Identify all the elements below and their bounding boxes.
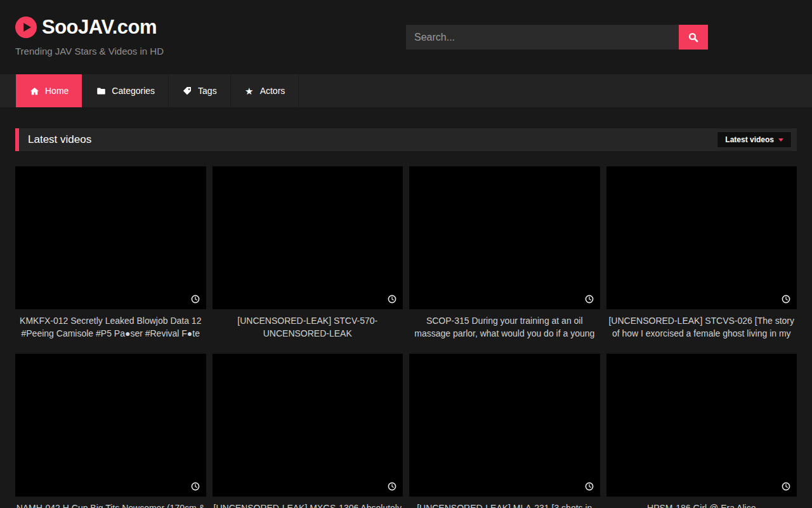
video-thumbnail[interactable] [213,166,403,309]
duration-clock-icon [782,482,790,491]
video-card[interactable]: [UNCENSORED-LEAK] MXGS-1306 Absolutely [213,354,403,508]
nav-item-label: Categories [112,86,155,96]
video-card[interactable]: [UNCENSORED-LEAK] MLA-231 [3 shots in [409,354,600,508]
nav-item-label: Home [45,86,69,96]
video-title[interactable]: HPSM-186 Girl @ Era Alice [606,502,797,508]
site-title: SooJAV.com [42,16,157,39]
duration-clock-icon [191,482,200,491]
site-logo[interactable]: SooJAV.com [15,16,157,39]
video-card[interactable]: KMKFX-012 Secretly Leaked Blowjob Data 1… [15,166,206,340]
folder-icon [96,86,106,96]
sort-dropdown-label: Latest videos [725,135,774,144]
video-thumbnail[interactable] [15,354,206,497]
video-card[interactable]: [UNCENSORED-LEAK] STCV-570-UNCENSORED-LE… [213,166,403,340]
video-title[interactable]: [UNCENSORED-LEAK] STCVS-026 [The story o… [606,314,797,340]
video-card[interactable]: SCOP-315 During your training at an oil … [409,166,600,340]
duration-clock-icon [585,295,594,304]
video-title[interactable]: [UNCENSORED-LEAK] MXGS-1306 Absolutely [213,502,403,508]
video-card[interactable]: HPSM-186 Girl @ Era Alice [606,354,797,508]
video-title[interactable]: NAMH-042 H Cup Big Tits Newcomer (170cm … [15,502,206,508]
video-thumbnail[interactable] [213,354,403,497]
site-tagline: Trending JAV Stars & Videos in HD [15,46,164,57]
nav-item-categories[interactable]: Categories [82,74,169,107]
star-icon: ★ [244,86,254,96]
main-nav: Home Categories Tags ★ Actors [0,74,812,107]
tag-icon [182,86,192,96]
home-icon [29,86,39,96]
video-title[interactable]: KMKFX-012 Secretly Leaked Blowjob Data 1… [15,314,206,340]
nav-item-tags[interactable]: Tags [169,74,231,107]
video-title[interactable]: [UNCENSORED-LEAK] MLA-231 [3 shots in [409,502,600,508]
video-thumbnail[interactable] [606,354,797,497]
video-grid: KMKFX-012 Secretly Leaked Blowjob Data 1… [15,166,797,508]
search-input[interactable] [406,25,679,50]
video-title[interactable]: SCOP-315 During your training at an oil … [409,314,600,340]
nav-item-label: Tags [198,86,217,96]
section-header: Latest videos Latest videos [15,128,797,151]
duration-clock-icon [191,295,200,304]
duration-clock-icon [782,295,790,304]
duration-clock-icon [585,482,594,491]
nav-item-label: Actors [260,86,285,96]
video-card[interactable]: [UNCENSORED-LEAK] STCVS-026 [The story o… [606,166,797,340]
video-card[interactable]: NAMH-042 H Cup Big Tits Newcomer (170cm … [15,354,206,508]
video-title[interactable]: [UNCENSORED-LEAK] STCV-570-UNCENSORED-LE… [213,314,403,340]
chevron-down-icon [778,138,783,142]
video-thumbnail[interactable] [409,354,600,497]
main-content: Latest videos Latest videos KMKFX-012 Se… [15,128,797,508]
video-thumbnail[interactable] [409,166,600,309]
nav-item-home[interactable]: Home [16,74,82,107]
play-icon [15,17,37,38]
section-title: Latest videos [28,133,91,146]
search-icon [688,32,698,43]
video-thumbnail[interactable] [15,166,206,309]
nav-item-actors[interactable]: ★ Actors [231,74,299,107]
site-header: SooJAV.com Trending JAV Stars & Videos i… [0,0,812,74]
sort-dropdown[interactable]: Latest videos [717,131,792,148]
video-thumbnail[interactable] [606,166,797,309]
duration-clock-icon [388,482,396,491]
duration-clock-icon [388,295,396,304]
search-button[interactable] [679,25,708,50]
search-bar [406,25,708,50]
